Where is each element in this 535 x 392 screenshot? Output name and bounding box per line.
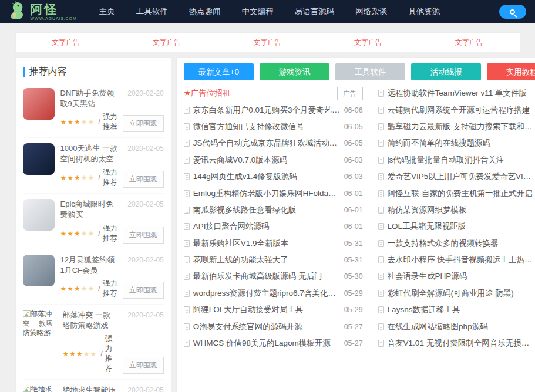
article-title: LOL工具箱无限视距版 <box>388 221 535 232</box>
item-title: 1000天逃生 一款空间街机的太空模拟经营游戏 <box>60 143 118 164</box>
article-row[interactable]: Laysns数据迁移工具05-27 <box>378 302 535 318</box>
star-rating-empty-icons: ★★ <box>81 174 95 182</box>
article-row[interactable]: 社会语录生成PHP源码05-30 <box>378 268 535 285</box>
article-row[interactable]: 微信官方通知已支持修改微信号06-05 <box>184 119 363 135</box>
site-logo[interactable]: 阿怪 WWW.AGUAI8.COM <box>9 1 77 22</box>
article-row[interactable]: LOL工具箱无限视距版05-31 <box>378 218 535 235</box>
watch-now-button[interactable]: 立即围观 <box>123 115 164 132</box>
top-navbar: 阿怪 WWW.AGUAI8.COM 主页工具软件热点趣闻中文编程易语言源码网络杂… <box>0 0 535 23</box>
article-row[interactable]: 京东白条新用户0.01元购买3个月爱奇艺黄...06-06 <box>184 102 363 118</box>
nav-item-7[interactable]: 其他资源 <box>408 6 440 17</box>
ad-badge: 广告 <box>337 87 363 100</box>
item-date: 2020-02-05 <box>127 200 163 208</box>
article-row[interactable]: WHMCS 价值98美元的Lagom模板开源05-27 <box>184 335 363 352</box>
star-rating-filled-icons: ★★★ <box>60 118 81 126</box>
text-ad-link[interactable]: 文字广告 <box>354 38 382 48</box>
text-ad-link[interactable]: 文字广告 <box>253 38 281 48</box>
nav-item-1[interactable]: 主页 <box>99 6 115 17</box>
article-row[interactable]: 最新乐购社区V1.9全新版本05-31 <box>184 235 363 252</box>
recommend-label: 强力推荐 <box>103 168 118 188</box>
article-row[interactable]: O泡易支付系统官网的源码开源05-27 <box>184 318 363 334</box>
watch-now-button[interactable]: 立即围观 <box>123 357 164 374</box>
article-row[interactable]: 远程协助软件TeamViewer v11 单文件版06-06 <box>378 85 535 102</box>
article-row[interactable]: wordpress资源付费主题ripro6.7含美化包...05-29 <box>184 285 363 302</box>
article-row[interactable]: 精仿某资源网织梦模板06-01 <box>378 202 535 218</box>
document-icon <box>184 306 190 313</box>
document-icon <box>378 140 384 147</box>
item-info: 12月灵狐签约领1月CF会员★★★★★/强力推荐 <box>60 255 118 299</box>
text-ad-link[interactable]: 文字广告 <box>455 38 483 48</box>
article-row[interactable]: JS代码全自动完成京东品牌狂欢城活动任务06-05 <box>184 135 363 151</box>
article-row[interactable]: API接口聚合网站源码06-01 <box>184 218 363 235</box>
article-title: 在线生成网站缩略图php源码 <box>388 322 535 332</box>
article-row[interactable]: 简约而不简单的在线搜题源码06-05 <box>378 135 535 151</box>
article-row[interactable]: 云铺购代刷网系统全开源可运营程序搭建06-06 <box>378 102 535 118</box>
nav-item-4[interactable]: 中文编程 <box>242 6 274 17</box>
article-title: 144g网页生成v1.4修复版源码 <box>193 171 341 182</box>
star-rating-empty-icons: ★★ <box>83 350 97 358</box>
nav-item-3[interactable]: 热点趣闻 <box>189 6 221 17</box>
article-title: API接口聚合网站源码 <box>193 221 341 232</box>
watch-now-button[interactable]: 立即围观 <box>123 282 164 299</box>
text-ad-link[interactable]: 文字广告 <box>153 38 181 48</box>
article-row[interactable]: 阿怪互联-自家的免费主机第一批正式开启06-01 <box>378 185 535 201</box>
tab-button-1[interactable]: 最新文章+0 <box>184 63 254 80</box>
search-button[interactable] <box>499 5 526 19</box>
article-row[interactable]: 一款支持格式众多的视频转换器05-31 <box>378 235 535 252</box>
article-row[interactable]: 音友V1.01 无视付费限制全网音乐无损免费...05-27 <box>378 335 535 352</box>
tab-button-2[interactable]: 游戏资讯 <box>260 63 329 80</box>
nav-item-2[interactable]: 工具软件 <box>136 6 168 17</box>
star-rating-filled-icons: ★★★ <box>60 285 81 293</box>
article-date: 06-05 <box>344 139 363 147</box>
article-row[interactable]: 酷享磁力云最新版 支持磁力搜索下载和一...06-05 <box>378 119 535 135</box>
tab-button-4[interactable]: 活动线报 <box>411 63 481 80</box>
text-ad-link[interactable]: 文字广告 <box>52 38 80 48</box>
item-rating: ★★★★★/强力推荐 <box>60 224 118 244</box>
recommended-item[interactable]: DNF助手免费领取9天黑钻★★★★★/强力推荐2020-02-20立即围观 <box>23 83 164 138</box>
article-row[interactable]: 彩虹代刷全解源码(可商业用途 防黑)05-29 <box>378 285 535 302</box>
item-thumbnail <box>23 143 55 175</box>
document-icon <box>378 340 384 347</box>
recommended-item[interactable]: 12月灵狐签约领1月CF会员★★★★★/强力推荐2020-02-05立即围观 <box>23 249 164 305</box>
nav-item-5[interactable]: 易语言源码 <box>295 6 335 17</box>
category-tabs: 最新文章+0游戏资讯工具软件活动线报实用教程 <box>184 63 535 80</box>
item-thumbnail <box>23 255 55 286</box>
article-row[interactable]: 阿狸LOL大厅自动接受对局工具05-29 <box>184 302 363 318</box>
sidebar-header: 推荐内容 <box>23 66 164 78</box>
recommended-item[interactable]: 1000天逃生 一款空间街机的太空模拟经营游戏★★★★★/强力推荐2020-02… <box>23 138 164 194</box>
recommended-sidebar: 推荐内容 DNF助手免费领取9天黑钻★★★★★/强力推荐2020-02-20立即… <box>15 57 171 392</box>
article-row[interactable]: 花呗新上线的功能太强大了05-31 <box>184 252 363 268</box>
article-date: 05-31 <box>344 256 363 264</box>
article-date: 06-01 <box>344 190 363 198</box>
article-row[interactable]: 去水印小程序 快手抖音视频搬运工上热门...05-31 <box>378 252 535 268</box>
site-name: 阿怪 <box>31 3 77 15</box>
tab-button-5[interactable]: 实用教程 <box>487 63 535 80</box>
tab-button-3[interactable]: 工具软件 <box>335 63 405 80</box>
article-title: O泡易支付系统官网的源码开源 <box>193 322 341 332</box>
nav-item-6[interactable]: 网络杂谈 <box>355 6 387 17</box>
rating-separator: / <box>98 285 100 293</box>
article-row[interactable]: 在线生成网站缩略图php源码05-27 <box>378 318 535 334</box>
recommended-list: DNF助手免费领取9天黑钻★★★★★/强力推荐2020-02-20立即围观100… <box>23 83 164 392</box>
item-info: DNF助手免费领取9天黑钻★★★★★/强力推荐 <box>60 88 118 132</box>
article-title: 精仿某资源网织梦模板 <box>388 205 535 215</box>
article-row[interactable]: 最新伯乐发卡商城高级版源码 无后门05-30 <box>184 268 363 285</box>
star-rating-filled-icons: ★★★ <box>60 229 81 238</box>
document-icon <box>378 290 384 297</box>
recommended-item[interactable]: 绝地求生智能压枪芯片，稳绝地求生智能压枪芯片，稳定大号使用，永久免费★★★★★/… <box>23 380 164 392</box>
article-title: 南瓜影视多线路任意看绿化版 <box>193 205 341 215</box>
article-row[interactable]: 南瓜影视多线路任意看绿化版06-01 <box>184 202 363 218</box>
article-row[interactable]: Emlog重构精仿老版小刀娱乐网HFoldao模...06-01 <box>184 185 363 201</box>
watch-now-button[interactable]: 立即围观 <box>123 171 164 188</box>
article-date: 05-29 <box>344 289 363 298</box>
article-row[interactable]: 144g网页生成v1.4修复版源码06-03 <box>184 168 363 185</box>
recommended-item[interactable]: 部落冲突 一款塔防策略游部落冲突 一款塔防策略游戏★★★★★/强力推荐2020-… <box>23 305 164 380</box>
article-title: 云铺购代刷网系统全开源可运营程序搭建 <box>388 105 535 116</box>
article-row[interactable]: ★广告位招租广告 <box>184 85 363 102</box>
rating-separator: / <box>98 118 100 126</box>
watch-now-button[interactable]: 立即围观 <box>123 227 164 244</box>
article-row[interactable]: js代码批量批量自动取消抖音关注06-03 <box>378 152 535 168</box>
recommended-item[interactable]: Epic商城限时免费购买《SUPERHOT》游戏★★★★★/强力推荐2020-0… <box>23 194 164 249</box>
article-row[interactable]: 爱奇艺VIP5以上用户可免费发爱奇艺VIP红包06-01 <box>378 168 535 185</box>
article-row[interactable]: 爱讯云商城V0.7.0版本源码06-03 <box>184 152 363 168</box>
